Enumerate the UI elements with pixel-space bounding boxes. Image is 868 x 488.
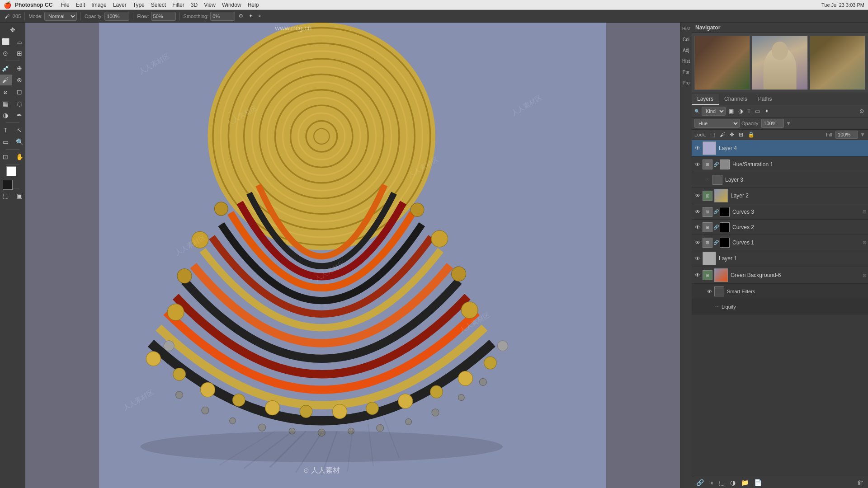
layer4-visibility[interactable]: 👁 <box>693 144 702 152</box>
curves3-visibility[interactable]: 👁 <box>693 208 702 216</box>
tab-paths[interactable]: Paths <box>753 94 778 105</box>
layer2-visibility[interactable]: 👁 <box>693 192 702 200</box>
tab-layers[interactable]: Layers <box>692 94 719 105</box>
opacity-dropdown-icon[interactable]: ▼ <box>786 120 791 127</box>
layer-item-layer2[interactable]: 👁 ⊞ Layer 2 <box>692 188 868 204</box>
nav-thumb-painting[interactable] <box>810 36 865 90</box>
menu-edit[interactable]: Edit <box>73 1 88 9</box>
blur-tool[interactable]: ◌ <box>13 98 25 109</box>
dodge-tool[interactable]: ◑ <box>0 110 12 121</box>
eyedropper-tool[interactable]: 💉 <box>0 63 12 74</box>
filter-shape-btn[interactable]: ▭ <box>754 108 761 115</box>
history-brush-tool[interactable]: ⌀ <box>0 86 12 97</box>
filter-type-btn[interactable]: T <box>746 108 752 115</box>
greenbg-visibility[interactable]: 👁 <box>693 271 702 279</box>
lock-image-btn[interactable]: 🖌 <box>718 131 726 138</box>
layer-item-smart-filters[interactable]: 👁 Smart Filters <box>692 284 868 299</box>
gradient-tool[interactable]: ▦ <box>0 98 12 109</box>
menu-select[interactable]: Select <box>148 1 169 9</box>
lock-pixels-btn[interactable]: ⬚ <box>709 131 717 138</box>
toolbar-extra-btn2[interactable]: ⌖ <box>256 12 263 20</box>
foreground-color-swatch[interactable] <box>3 180 13 190</box>
color-panel-icon[interactable]: Col <box>681 34 691 44</box>
flow-input[interactable] <box>151 12 176 21</box>
layer-item-layer3[interactable]: 👁 Layer 3 <box>692 172 868 188</box>
menu-layer[interactable]: Layer <box>110 1 129 9</box>
canvas-area[interactable]: 人人素材区 人人素材区 人人素材区 人人素材区 人人素材区 人人素材区 人人素材… <box>25 23 680 488</box>
fill-dropdown-icon[interactable]: ▼ <box>860 131 865 138</box>
screen-mode-btn[interactable]: ▣ <box>13 190 25 201</box>
background-color-swatch[interactable] <box>6 166 16 176</box>
curves1-visibility[interactable]: 👁 <box>693 239 702 247</box>
layer-item-liquify[interactable]: ⋯ Liquify <box>692 299 868 314</box>
adjustments-panel-icon[interactable]: Adj <box>681 45 691 55</box>
menu-help[interactable]: Help <box>245 1 262 9</box>
filter-kind-select[interactable]: Kind <box>702 107 726 116</box>
path-select-tool[interactable]: ↖ <box>13 125 25 136</box>
layer-item-curves3[interactable]: 👁 ⊞ 🔗 Curves 3 ⊡ <box>692 204 868 220</box>
text-tool[interactable]: T <box>0 125 12 136</box>
filter-pixel-btn[interactable]: ▣ <box>727 108 735 115</box>
fill-input[interactable] <box>835 131 858 139</box>
layer-group-button[interactable]: 📁 <box>739 479 750 487</box>
menu-view[interactable]: View <box>201 1 218 9</box>
lock-all-btn[interactable]: 🔒 <box>746 131 756 138</box>
lock-position-btn[interactable]: ✥ <box>728 131 736 138</box>
quick-select-tool[interactable]: ⊙ <box>0 48 12 59</box>
filter-smart-btn[interactable]: ✦ <box>763 108 770 115</box>
nav-thumb-person[interactable] <box>752 36 807 90</box>
menu-window[interactable]: Window <box>219 1 244 9</box>
layer-item-layer1[interactable]: 👁 Layer 1 <box>692 250 868 267</box>
curves2-visibility[interactable]: 👁 <box>693 223 702 231</box>
tab-channels[interactable]: Channels <box>719 94 753 105</box>
quick-mask-btn[interactable]: ⬚ <box>0 190 12 201</box>
opacity-input[interactable] <box>761 119 784 128</box>
layer-item-huesat[interactable]: 👁 ⊞ 🔗 Hue/Saturation 1 <box>692 157 868 172</box>
menu-3d[interactable]: 3D <box>188 1 200 9</box>
layer-item-curves2[interactable]: 👁 ⊞ 🔗 Curves 2 <box>692 220 868 235</box>
menu-image[interactable]: Image <box>89 1 109 9</box>
layer-fill-button[interactable]: ◑ <box>728 479 737 487</box>
histogram-panel-icon[interactable]: Hist <box>681 56 691 66</box>
menu-type[interactable]: Type <box>130 1 147 9</box>
nav-thumb-forest[interactable] <box>694 36 750 90</box>
blend-mode-select[interactable]: HueNormalMultiplyScreenOverlay <box>694 119 740 128</box>
hand-tool[interactable]: ✋ <box>13 151 25 162</box>
filter-toggle-btn[interactable]: ⊙ <box>858 108 865 115</box>
smoothing-input[interactable] <box>210 12 235 21</box>
lock-artboard-btn[interactable]: ⊞ <box>737 131 745 138</box>
lasso-tool[interactable]: ⌓ <box>13 36 25 47</box>
layer-fx-button[interactable]: fx <box>708 479 715 486</box>
move-tool[interactable]: ✥ <box>6 24 19 35</box>
custom-shape-tool[interactable]: ⊡ <box>0 151 12 162</box>
mode-select[interactable]: NormalDissolveMultiplyScreen <box>44 12 77 21</box>
opacity-input[interactable] <box>104 12 129 21</box>
layer-new-button[interactable]: 📄 <box>752 479 764 487</box>
zoom-tool[interactable]: 🔍 <box>13 136 25 147</box>
brush-tool-button[interactable]: 🖌 <box>3 13 11 20</box>
layer3-visibility[interactable]: 👁 <box>703 176 712 184</box>
layer-item-greenbg[interactable]: 👁 ⊞ Green Background-6 ⊡ <box>692 267 868 284</box>
eraser-tool[interactable]: ◻ <box>13 86 25 97</box>
paragraph-panel-icon[interactable]: Par <box>681 67 691 77</box>
crop-tool[interactable]: ⊞ <box>13 48 25 59</box>
huesat-visibility[interactable]: 👁 <box>693 160 702 169</box>
heal-tool[interactable]: ⊕ <box>13 63 25 74</box>
layer1-visibility[interactable]: 👁 <box>693 254 702 263</box>
history-panel-icon[interactable]: Hist <box>681 23 691 33</box>
layer-item-curves1[interactable]: 👁 ⊞ 🔗 Curves 1 ⊡ <box>692 235 868 250</box>
pen-tool[interactable]: ✒ <box>13 110 25 121</box>
properties-panel-icon[interactable]: Pro <box>681 78 691 88</box>
layer-item-layer4[interactable]: 👁 Layer 4 <box>692 140 868 157</box>
shape-tool[interactable]: ▭ <box>0 136 12 147</box>
brush-tool[interactable]: 🖌 <box>0 75 12 85</box>
layer-mask-button[interactable]: ⬚ <box>717 479 726 487</box>
smoothing-settings-button[interactable]: ⚙ <box>237 12 245 20</box>
layer-link-button[interactable]: 🔗 <box>694 479 706 487</box>
clone-tool[interactable]: ⊗ <box>13 75 25 85</box>
navigator-header[interactable]: Navigator <box>692 23 868 33</box>
marquee-tool[interactable]: ⬜ <box>0 36 12 47</box>
apple-menu[interactable]: 🍎 <box>4 1 11 9</box>
toolbar-extra-btn1[interactable]: ✦ <box>247 12 255 20</box>
smart-filters-visibility[interactable]: 👁 <box>705 287 713 296</box>
